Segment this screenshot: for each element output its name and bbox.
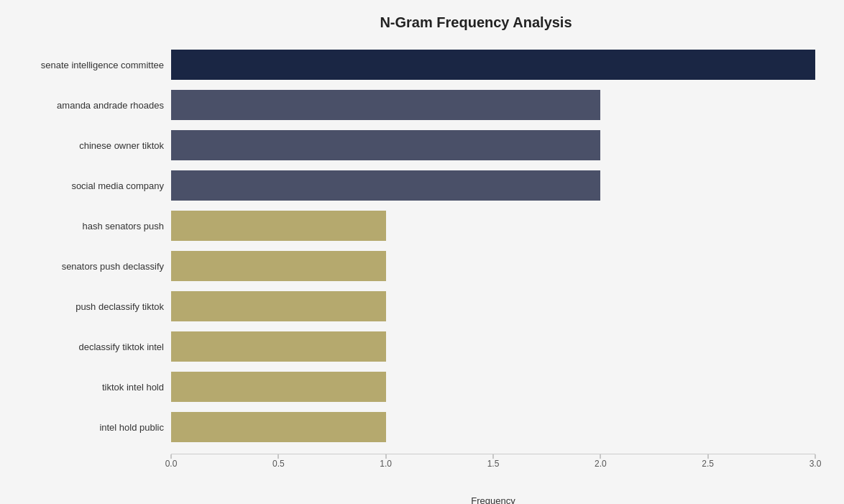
bar-track [171, 372, 815, 402]
bar-track [171, 90, 815, 120]
chart-area: senate intelligence committeeamanda andr… [7, 45, 815, 448]
bar-track [171, 251, 815, 281]
bar-label: senators push declassify [7, 261, 171, 272]
bar-label: chinese owner tiktok [7, 140, 171, 151]
bar-fill [171, 130, 600, 160]
x-tick-label: 2.5 [702, 459, 714, 469]
chart-title: N-Gram Frequency Analysis [7, 14, 815, 31]
chart-container: N-Gram Frequency Analysis senate intelli… [0, 0, 844, 504]
bar-row: push declassify tiktok [7, 287, 815, 326]
bar-row: social media company [7, 166, 815, 205]
bar-row: senators push declassify [7, 247, 815, 285]
bar-row: tiktok intel hold [7, 367, 815, 406]
x-tick-label: 1.0 [380, 459, 392, 469]
bar-fill [171, 372, 386, 402]
x-axis: 0.00.51.01.52.02.53.0 [171, 454, 815, 475]
bar-track [171, 291, 815, 321]
bar-fill [171, 50, 815, 80]
bar-track [171, 50, 815, 80]
bar-row: intel hold public [7, 408, 815, 446]
x-axis-label: Frequency [171, 495, 815, 504]
bar-label: tiktok intel hold [7, 382, 171, 393]
bar-fill [171, 291, 386, 321]
bar-row: declassify tiktok intel [7, 327, 815, 366]
bar-track [171, 170, 815, 201]
bar-track [171, 412, 815, 442]
x-tick-label: 0.5 [272, 459, 285, 469]
bar-track [171, 331, 815, 362]
bar-fill [171, 90, 600, 120]
bar-label: senate intelligence committee [7, 60, 171, 70]
bar-row: chinese owner tiktok [7, 126, 815, 165]
x-tick-label: 1.5 [487, 459, 500, 469]
bar-row: hash senators push [7, 206, 815, 245]
x-tick-label: 0.0 [165, 459, 178, 469]
bar-fill [171, 251, 386, 281]
bar-label: hash senators push [7, 221, 171, 232]
bar-label: amanda andrade rhoades [7, 100, 171, 111]
bar-fill [171, 412, 386, 442]
bar-row: amanda andrade rhoades [7, 86, 815, 124]
bar-track [171, 130, 815, 160]
bar-label: intel hold public [7, 422, 171, 433]
x-tick-label: 3.0 [809, 459, 822, 469]
bar-track [171, 211, 815, 241]
x-tick-label: 2.0 [595, 459, 607, 469]
bar-label: declassify tiktok intel [7, 342, 171, 352]
bar-fill [171, 331, 386, 362]
bar-label: push declassify tiktok [7, 301, 171, 312]
bar-label: social media company [7, 180, 171, 191]
bar-fill [171, 211, 386, 241]
bar-row: senate intelligence committee [7, 45, 815, 84]
bar-fill [171, 170, 600, 201]
